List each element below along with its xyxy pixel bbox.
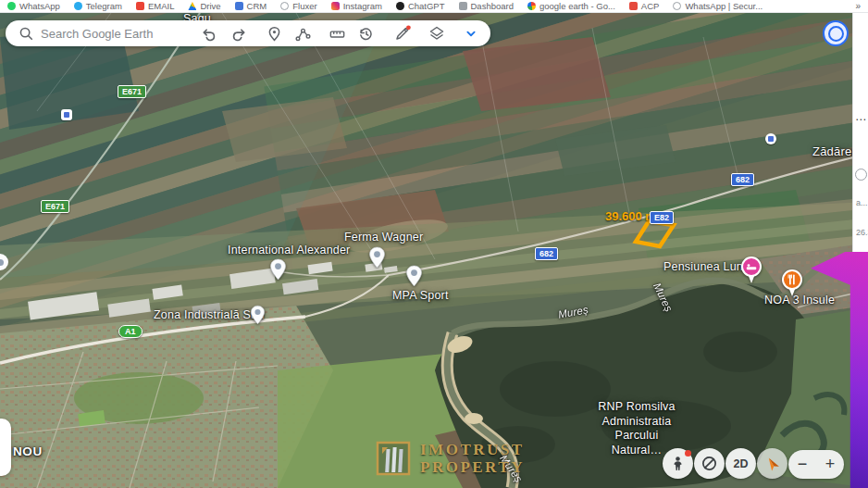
fluxer-icon bbox=[280, 2, 289, 10]
bookmark-whatsapp-secur[interactable]: WhatsApp | Secur... bbox=[673, 1, 763, 11]
acp-icon bbox=[629, 2, 638, 10]
add-placemark-icon[interactable] bbox=[262, 21, 287, 45]
measure-icon[interactable] bbox=[325, 21, 350, 45]
my-location-icon bbox=[760, 451, 784, 475]
gmail-icon bbox=[136, 2, 144, 10]
road-shield-e82: E82 bbox=[650, 211, 674, 224]
lodging-poi-icon[interactable] bbox=[740, 256, 763, 288]
road-shield-682: 682 bbox=[731, 173, 754, 186]
chatgpt-icon bbox=[396, 2, 404, 10]
watermark-line1: IMOTRUST bbox=[420, 441, 525, 458]
bookmark-chatgpt[interactable]: ChatGPT bbox=[396, 1, 445, 11]
road-shield-682-2: 682 bbox=[535, 247, 558, 260]
my-location-button[interactable] bbox=[757, 448, 787, 479]
transit-stop-icon-2[interactable] bbox=[765, 133, 776, 144]
google-earth-icon bbox=[527, 2, 536, 10]
2d-mode-button[interactable]: 2D bbox=[725, 448, 756, 479]
map-label-international-alexander[interactable]: International Alexander bbox=[228, 244, 350, 257]
panel-text-fragment-2: 26.3 bbox=[856, 228, 868, 237]
map-label-nou: NOU bbox=[13, 444, 43, 458]
bookmark-drive[interactable]: Drive bbox=[188, 1, 220, 11]
instagram-icon bbox=[331, 2, 340, 10]
map-label-ferma-wagner[interactable]: Ferma Wagner bbox=[344, 231, 423, 244]
panel-circle-icon bbox=[855, 169, 867, 181]
bookmark-email[interactable]: EMAIL bbox=[136, 1, 175, 11]
imotrust-watermark: IMOTRUST PROPERTY bbox=[376, 441, 525, 476]
dashboard-icon bbox=[459, 2, 467, 10]
road-shield-a1: A1 bbox=[118, 325, 143, 338]
pegman-icon bbox=[670, 456, 686, 471]
add-path-icon[interactable] bbox=[291, 21, 316, 45]
place-pin-international-alexander[interactable] bbox=[269, 258, 287, 284]
bookmark-acp[interactable]: ACP bbox=[629, 1, 660, 11]
bookmark-fluxer[interactable]: Fluxer bbox=[280, 1, 316, 11]
parcel-area-label: 39.600 m bbox=[605, 209, 656, 223]
road-shield-e671-2: E671 bbox=[41, 200, 69, 213]
compass-icon bbox=[701, 455, 718, 472]
drawing-tools-icon[interactable] bbox=[390, 21, 415, 45]
watermark-line2: PROPERTY bbox=[420, 458, 525, 476]
redo-icon[interactable] bbox=[226, 21, 251, 45]
transit-stop-icon[interactable] bbox=[61, 109, 72, 120]
search-icon[interactable] bbox=[17, 21, 35, 45]
crm-icon bbox=[235, 2, 243, 10]
telegram-icon bbox=[74, 2, 82, 10]
map-style-icon[interactable] bbox=[424, 21, 449, 45]
drive-icon bbox=[188, 2, 196, 10]
pegman-button[interactable] bbox=[663, 448, 693, 479]
zoom-out-button[interactable]: − bbox=[788, 450, 816, 479]
place-pin-mpa-sport[interactable] bbox=[405, 265, 423, 291]
compass-button[interactable] bbox=[694, 448, 725, 479]
profile-avatar[interactable] bbox=[823, 20, 849, 46]
collapse-chevron-icon[interactable] bbox=[458, 21, 483, 45]
zoom-control: − + bbox=[788, 450, 844, 479]
bookmark-dashboard[interactable]: Dashboard bbox=[459, 1, 514, 11]
search-input[interactable] bbox=[39, 26, 193, 42]
map-label-mpa-sport[interactable]: MPA Sport bbox=[392, 289, 449, 302]
bookmark-crm[interactable]: CRM bbox=[235, 1, 267, 11]
google-earth-window: Șagu Zădăreni Ferma Wagner International… bbox=[0, 0, 868, 488]
bookmark-instagram[interactable]: Instagram bbox=[331, 1, 382, 11]
whatsapp-outline-icon bbox=[673, 2, 681, 10]
zoom-in-button[interactable]: + bbox=[816, 450, 844, 479]
place-pin-zona-industriala-sud[interactable] bbox=[250, 305, 266, 329]
panel-menu-dots[interactable]: ⋯ bbox=[855, 113, 866, 126]
map-label-zona-industriala-sud[interactable]: Zona Industrială Sud bbox=[154, 308, 264, 321]
bookmark-google-earth[interactable]: google earth - Go... bbox=[527, 1, 615, 11]
bookmarks-overflow-chevron[interactable]: » bbox=[855, 1, 861, 11]
bookmark-whatsapp[interactable]: WhatsApp bbox=[7, 1, 60, 11]
whatsapp-icon bbox=[7, 2, 16, 10]
left-edge-card-sliver[interactable] bbox=[0, 419, 11, 476]
bookmark-telegram[interactable]: Telegram bbox=[74, 1, 122, 11]
earth-search-bar bbox=[6, 20, 490, 46]
place-pin-ferma-wagner[interactable] bbox=[368, 246, 386, 272]
road-shield-e671: E671 bbox=[118, 85, 146, 98]
side-panel-sliver[interactable]: ⋯ a... 26.3 bbox=[852, 13, 868, 270]
satellite-map-canvas[interactable] bbox=[0, 0, 868, 488]
browser-bookmarks-bar: WhatsApp Telegram EMAIL Drive CRM Fluxer… bbox=[0, 0, 868, 13]
historical-imagery-icon[interactable] bbox=[353, 21, 378, 45]
restaurant-poi-icon[interactable] bbox=[781, 269, 803, 301]
pegman-badge bbox=[685, 450, 691, 457]
imotrust-logo-icon bbox=[376, 441, 411, 476]
undo-icon[interactable] bbox=[197, 21, 222, 45]
panel-text-fragment-1: a... bbox=[856, 198, 868, 207]
